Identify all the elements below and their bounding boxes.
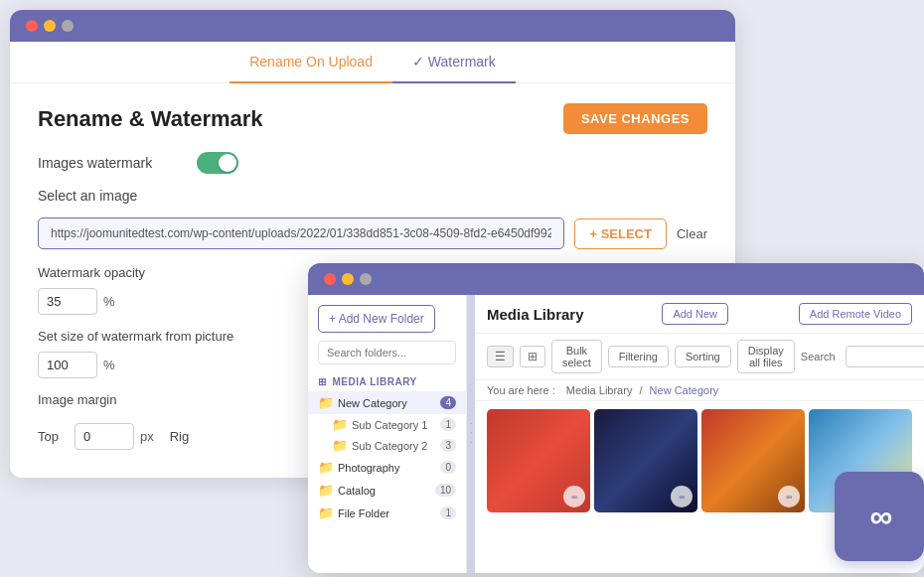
margin-row: Top px Rig xyxy=(38,423,353,450)
folder-tree: 📁 New Category 4 📁 Sub Category 1 1 📁 Su… xyxy=(308,391,466,524)
top-label: Top xyxy=(38,429,59,444)
save-button[interactable]: SAVE CHANGES xyxy=(563,103,707,134)
right-label: Rig xyxy=(170,429,190,444)
tab-watermark[interactable]: ✓ Watermark xyxy=(392,42,516,83)
watermark-icon-3: ∞ xyxy=(778,486,800,507)
folder-catalog-name: Catalog xyxy=(338,485,431,497)
you-are-here: You are here : xyxy=(487,384,555,396)
select-button[interactable]: + SELECT xyxy=(574,218,667,249)
folder-photography-name: Photography xyxy=(338,462,436,474)
folder-filefolder-icon: 📁 xyxy=(318,505,334,520)
image-thumb-2[interactable]: ∞ xyxy=(594,409,697,512)
set-size-label: Set size of watermark from picture xyxy=(38,329,353,344)
folder-count: 4 xyxy=(440,396,456,409)
url-input-row: + SELECT Clear xyxy=(38,217,707,249)
folder-item-sub2[interactable]: 📁 Sub Category 2 3 xyxy=(308,435,466,456)
folder-filefolder-name: File Folder xyxy=(338,507,436,519)
resize-handle[interactable]: · · · xyxy=(467,295,475,573)
minimize-dot xyxy=(44,20,56,32)
list-view-button[interactable]: ☰ xyxy=(487,346,514,367)
image-thumb-3[interactable]: ∞ xyxy=(701,409,805,512)
media-library-card: + Add New Folder ⊞ MEDIA LIBRARY 📁 New C… xyxy=(308,263,924,573)
subfolder-name-2: Sub Category 2 xyxy=(352,440,436,452)
folder-item-photography[interactable]: 📁 Photography 0 xyxy=(308,456,466,479)
front-close-dot xyxy=(324,273,336,285)
folder-item-catalog[interactable]: 📁 Catalog 10 xyxy=(308,479,466,502)
card-header: Rename & Watermark SAVE CHANGES xyxy=(38,103,707,134)
media-lib-icon: ⊞ xyxy=(318,376,327,387)
folder-name: New Category xyxy=(338,397,436,409)
tab-watermark-label: ✓ Watermark xyxy=(412,54,496,70)
maximize-dot xyxy=(62,20,74,32)
front-window-controls xyxy=(324,273,372,285)
search-input[interactable] xyxy=(846,346,924,367)
tab-rename-label: Rename On Upload xyxy=(249,54,373,70)
add-new-button[interactable]: Add New xyxy=(662,303,728,325)
size-input[interactable] xyxy=(38,352,97,378)
titlebar-front xyxy=(308,263,924,295)
front-minimize-dot xyxy=(342,273,354,285)
select-image-row: Select an image xyxy=(38,188,707,204)
watermark-toggle[interactable] xyxy=(197,152,238,174)
folder-catalog-icon: 📁 xyxy=(318,483,334,498)
ml-actions: ☰ ⊞ Bulk select Filtering Sorting Displa… xyxy=(475,334,924,380)
folder-catalog-count: 10 xyxy=(435,484,456,497)
size-input-row: % xyxy=(38,352,353,378)
top-input[interactable] xyxy=(75,423,134,450)
tabs-container: Rename On Upload ✓ Watermark xyxy=(10,42,735,83)
top-px: px xyxy=(140,429,154,444)
pct-label: % xyxy=(103,294,115,309)
tab-rename[interactable]: Rename On Upload xyxy=(230,42,392,83)
front-maximize-dot xyxy=(360,273,372,285)
search-label: Search xyxy=(801,351,836,362)
subfolder-count-2: 3 xyxy=(440,439,456,452)
media-lib-label-text: MEDIA LIBRARY xyxy=(333,376,417,387)
sorting-button[interactable]: Sorting xyxy=(675,346,731,367)
watermark-icon-2: ∞ xyxy=(671,486,693,507)
filtering-button[interactable]: Filtering xyxy=(608,346,669,367)
subfolder-count-1: 1 xyxy=(440,418,456,431)
opacity-label-left: Watermark opacity xyxy=(38,265,353,280)
ml-toolbar: Media Library Add New Add Remote Video xyxy=(475,295,924,334)
breadcrumb-sep2: / xyxy=(639,384,645,396)
logo-symbol: ∞ xyxy=(870,499,889,535)
folder-open-icon: 📁 xyxy=(318,395,334,410)
subfolder-name-1: Sub Category 1 xyxy=(352,419,436,431)
logo-card: ∞ xyxy=(835,472,924,561)
breadcrumb-current: New Category xyxy=(650,384,719,396)
page-title: Rename & Watermark xyxy=(38,106,263,132)
opacity-input-row: % xyxy=(38,288,353,315)
media-sidebar: + Add New Folder ⊞ MEDIA LIBRARY 📁 New C… xyxy=(308,295,467,573)
grid-view-button[interactable]: ⊞ xyxy=(520,346,545,367)
search-folders-input[interactable] xyxy=(318,341,456,364)
display-all-button[interactable]: Display all files xyxy=(737,340,795,373)
breadcrumb-home[interactable]: Media Library xyxy=(566,384,633,396)
folder-item-new-category[interactable]: 📁 New Category 4 xyxy=(308,391,466,414)
image-thumb-1[interactable]: ∞ xyxy=(487,409,590,512)
top-field: px xyxy=(75,423,154,450)
window-controls xyxy=(26,20,74,32)
image-url-input[interactable] xyxy=(38,217,564,249)
folder-photography-count: 0 xyxy=(440,461,456,474)
folder-item-sub1[interactable]: 📁 Sub Category 1 1 xyxy=(308,414,466,435)
folder-closed-icon-2: 📁 xyxy=(332,438,348,453)
folder-filefolder-count: 1 xyxy=(440,506,456,519)
opacity-input[interactable] xyxy=(38,288,97,315)
folder-closed-icon: 📁 xyxy=(332,417,348,432)
breadcrumb: You are here : Media Library / New Categ… xyxy=(475,380,924,401)
folder-item-filefolder[interactable]: 📁 File Folder 1 xyxy=(308,502,466,524)
watermark-icon-1: ∞ xyxy=(563,486,585,507)
image-margin-label: Image margin xyxy=(38,392,353,407)
images-watermark-row: Images watermark xyxy=(38,152,707,174)
add-folder-button[interactable]: + Add New Folder xyxy=(318,305,435,333)
close-dot xyxy=(26,20,38,32)
media-lib-heading: ⊞ MEDIA LIBRARY xyxy=(308,372,466,391)
left-column: Watermark opacity % Set size of watermar… xyxy=(38,265,353,450)
add-remote-button[interactable]: Add Remote Video xyxy=(799,303,912,325)
clear-button[interactable]: Clear xyxy=(677,226,707,241)
bulk-select-button[interactable]: Bulk select xyxy=(551,340,602,373)
images-watermark-label: Images watermark xyxy=(38,155,197,171)
titlebar-back xyxy=(10,10,735,42)
size-pct-label: % xyxy=(103,358,115,372)
folder-photography-icon: 📁 xyxy=(318,460,334,475)
